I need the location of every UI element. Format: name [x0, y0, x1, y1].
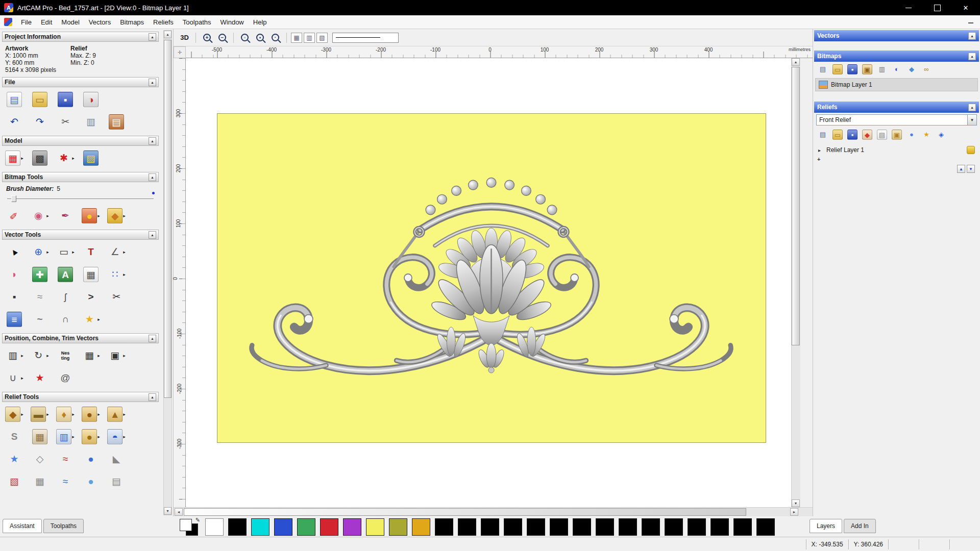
measure-icon[interactable]: ∠▸ [105, 242, 128, 262]
palette-swatch-black[interactable] [733, 518, 752, 536]
palette-swatch-black[interactable] [550, 518, 568, 536]
palette-swatch-black[interactable] [710, 518, 729, 536]
dropdown-arrow-icon[interactable]: ▸ [46, 353, 49, 358]
scrollbar-thumb[interactable] [792, 67, 800, 345]
toggle-preview-button[interactable] [316, 33, 328, 43]
toggle-bitmap-visibility-button[interactable] [291, 33, 302, 43]
paint-brush-icon[interactable]: ✎ [3, 206, 26, 226]
relief-tool-icon[interactable]: ▤ [105, 471, 128, 492]
palette-swatch-black[interactable] [481, 518, 499, 536]
adjust-model-icon[interactable]: ▩ [29, 148, 51, 168]
collapse-button[interactable] [149, 33, 156, 41]
view-3d-button[interactable]: 3D [178, 31, 191, 44]
redo-icon[interactable]: ↷ [29, 112, 51, 132]
dropdown-arrow-icon[interactable]: ▸ [72, 434, 75, 439]
save-model-icon[interactable]: ▪ [54, 89, 77, 110]
dropdown-arrow-icon[interactable]: ▸ [97, 353, 100, 358]
menu-bitmaps[interactable]: Bitmaps [115, 15, 149, 29]
trim-vectors-icon[interactable]: ✂ [105, 287, 128, 307]
star-relief-icon[interactable]: ★ [3, 449, 26, 469]
paste-icon[interactable]: ▤ [105, 112, 128, 132]
dome-icon[interactable]: ● [905, 129, 918, 141]
contrast-icon[interactable]: ◐ [890, 63, 903, 76]
scroll-down-icon[interactable] [164, 507, 172, 515]
dropdown-arrow-icon[interactable]: ▸ [123, 412, 126, 417]
collapse-button[interactable] [149, 137, 156, 145]
calculate-relief-icon[interactable]: ▤ [875, 129, 889, 141]
dropdown-arrow-icon[interactable]: ▸ [97, 213, 100, 218]
dropdown-arrow-icon[interactable]: ▸ [97, 412, 100, 417]
dropdown-arrow-icon[interactable]: ▸ [46, 249, 49, 255]
collapse-button[interactable] [968, 32, 976, 40]
fence-fill-icon[interactable]: ▦ [80, 264, 102, 285]
dropdown-arrow-icon[interactable]: ▸ [21, 375, 23, 381]
wave-relief-icon[interactable]: ≈ [54, 449, 77, 469]
palette-swatch-white[interactable] [205, 518, 224, 536]
menu-vectors[interactable]: Vectors [84, 15, 115, 29]
load-relief-image-icon[interactable]: ▨ [80, 148, 102, 168]
palette-swatch-green[interactable] [297, 518, 315, 536]
compare-icon[interactable]: ◈ [935, 129, 948, 141]
create-arc-icon[interactable]: ∩ [54, 309, 77, 330]
zoom-in-button[interactable]: + [200, 31, 214, 44]
palette-swatch-black[interactable] [573, 518, 591, 536]
brush-diameter-slider[interactable] [7, 198, 154, 204]
paste-along-curve-icon[interactable]: ∷▸ [105, 264, 128, 285]
tab-addin[interactable]: Add In [844, 519, 876, 533]
zoom-box-button[interactable]: ▫ [238, 31, 252, 44]
menu-help[interactable]: Help [249, 15, 272, 29]
toggle-vector-visibility-button[interactable] [304, 33, 315, 43]
add-relief-layer-button[interactable]: + [813, 158, 980, 163]
relief-select-dropdown[interactable]: Front Relief [816, 114, 977, 126]
create-point-icon[interactable]: ▪ [3, 287, 26, 307]
dropdown-arrow-icon[interactable]: ▸ [97, 317, 100, 322]
sweep-profile-icon[interactable]: S [3, 427, 26, 447]
shape-editor-icon[interactable]: ◆▸ [3, 404, 26, 424]
close-button[interactable] [951, 0, 980, 15]
primary-colour[interactable] [180, 519, 192, 531]
flood-fill-icon[interactable]: ◆▸ [105, 206, 128, 226]
dropdown-arrow-icon[interactable]: ▸ [97, 434, 100, 439]
child-minimize-icon[interactable] [968, 19, 975, 24]
save-bitmap-icon[interactable]: ▪ [846, 63, 859, 76]
collapse-button[interactable] [149, 393, 156, 401]
dropdown-arrow-icon[interactable]: ▸ [123, 434, 126, 439]
ruler-origin-button[interactable] [174, 46, 186, 58]
save-relief-icon[interactable]: ▪ [846, 129, 859, 141]
collapse-button[interactable] [149, 79, 156, 86]
scrollbar-thumb[interactable] [164, 40, 172, 398]
move-layer-up-button[interactable] [957, 165, 965, 173]
bitmap-layer-row[interactable]: Bitmap Layer 1 [815, 78, 978, 91]
palette-swatch-olive[interactable] [389, 518, 407, 536]
create-text-icon[interactable]: T [80, 242, 102, 262]
transform-vectors-icon[interactable]: ⊕▸ [29, 242, 51, 262]
palette-swatch-blue[interactable] [274, 518, 292, 536]
scrollbar-thumb[interactable] [184, 508, 746, 516]
offset-vectors-icon[interactable]: ◗ [3, 264, 26, 285]
menu-window[interactable]: Window [216, 15, 249, 29]
circular-copy-icon[interactable]: ↻▸ [29, 345, 51, 366]
palette-swatch-yellow[interactable] [366, 518, 384, 536]
menu-edit[interactable]: Edit [36, 15, 57, 29]
envelope-relief-icon[interactable]: ◇ [29, 449, 51, 469]
tab-toolpaths[interactable]: Toolpaths [43, 519, 84, 533]
dropdown-arrow-icon[interactable]: ▸ [46, 412, 49, 417]
create-rectangle-icon[interactable]: ▭▸ [54, 242, 77, 262]
relief-tool-icon[interactable]: ≈ [54, 471, 77, 492]
palette-swatch-gold[interactable] [412, 518, 430, 536]
dropdown-arrow-icon[interactable]: ▸ [46, 213, 49, 218]
open-relief-icon[interactable]: ▭ [831, 129, 844, 141]
menu-reliefs[interactable]: Reliefs [149, 15, 178, 29]
copy-icon[interactable]: ▥ [80, 112, 102, 132]
collapse-button[interactable] [149, 231, 156, 239]
new-relief-layer-icon[interactable]: ▤ [816, 129, 829, 141]
create-star-icon[interactable]: ★▸ [80, 309, 102, 330]
dropdown-arrow-icon[interactable]: ▸ [72, 249, 75, 255]
undo-icon[interactable]: ↶ [3, 112, 26, 132]
create-polyline-icon[interactable]: > [80, 287, 102, 307]
set-model-size-icon[interactable]: ▦▸ [3, 148, 26, 168]
wizard-icon[interactable]: ★ [920, 129, 933, 141]
palette-swatch-black[interactable] [228, 518, 247, 536]
menu-toolpaths[interactable]: Toolpaths [178, 15, 216, 29]
dropdown-arrow-icon[interactable]: ▸ [21, 156, 23, 161]
